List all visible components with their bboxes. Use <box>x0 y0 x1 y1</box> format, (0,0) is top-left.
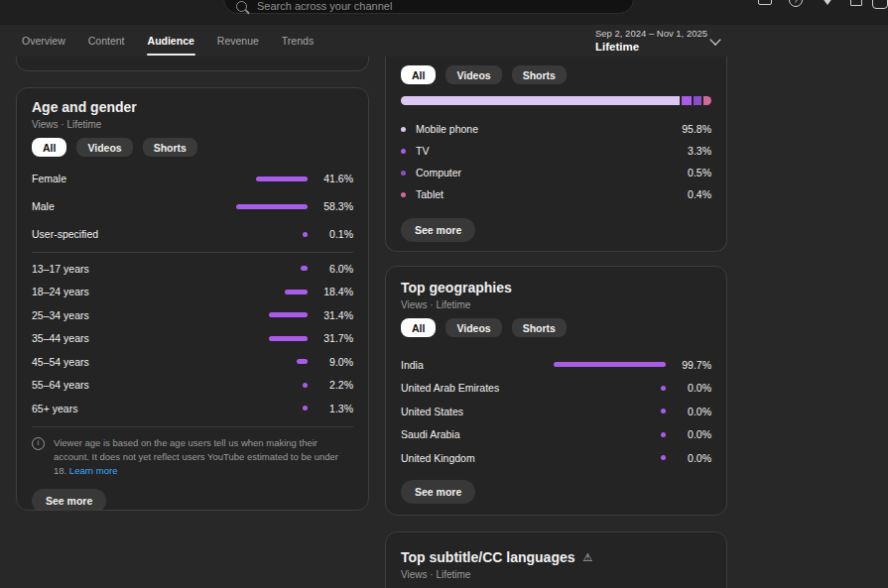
row-percent: 58.3% <box>317 200 353 212</box>
stat-row: United Arab Emirates 0.0% <box>401 377 711 401</box>
account-icon[interactable] <box>872 0 888 9</box>
row-label: Male <box>32 200 179 212</box>
subtitle-languages-card: Top subtitle/CC languages ⚠ Views · Life… <box>385 531 727 588</box>
divider <box>32 252 353 253</box>
filter-chip[interactable]: All <box>401 318 436 337</box>
tab[interactable]: Overview <box>22 35 65 47</box>
tab[interactable]: Content <box>88 35 125 47</box>
row-label: Mobile phone <box>416 123 676 135</box>
filter-chip[interactable]: Videos <box>445 318 501 337</box>
row-percent: 0.0% <box>676 406 711 417</box>
row-percent: 0.1% <box>317 228 353 240</box>
row-percent: 6.0% <box>317 263 353 275</box>
bar-area <box>537 362 666 367</box>
row-label: United Arab Emirates <box>401 382 537 394</box>
value-bar <box>303 383 308 388</box>
row-label: 13–17 years <box>32 263 179 275</box>
filter-chip[interactable]: All <box>401 65 436 84</box>
row-percent: 95.8% <box>676 123 711 135</box>
device-type-card: AllVideosShorts Mobile phone 95.8% TV 3.… <box>385 57 727 252</box>
card-subtitle: Views · Lifetime <box>401 298 711 311</box>
legend-dot <box>401 171 406 176</box>
bar-area <box>179 176 308 181</box>
stack-segment <box>682 96 692 105</box>
stat-row: TV 3.3% <box>401 140 711 162</box>
see-more-button[interactable]: See more <box>401 218 475 242</box>
card-title: Top geographies <box>401 279 711 296</box>
top-header-bar: Search across your channel ? <box>0 0 888 25</box>
row-label: TV <box>416 145 676 157</box>
notifications-icon[interactable] <box>850 0 862 6</box>
see-more-button[interactable]: See more <box>32 489 106 511</box>
stat-row: User-specified 0.1% <box>32 220 353 248</box>
row-label: 35–44 years <box>32 332 179 344</box>
tab[interactable]: Audience <box>148 35 194 47</box>
row-label: Computer <box>416 167 676 178</box>
stat-row: 13–17 years 6.0% <box>32 257 353 281</box>
see-more-button[interactable]: See more <box>401 480 475 504</box>
row-percent: 41.6% <box>317 173 353 184</box>
create-icon[interactable] <box>822 0 833 5</box>
age-gender-card: Age and gender Views · Lifetime AllVideo… <box>16 87 369 511</box>
device-rows: Mobile phone 95.8% TV 3.3% Computer 0.5%… <box>401 118 711 205</box>
bar-area <box>179 336 308 341</box>
gender-rows: Female 41.6% Male 58.3% User-specified 0… <box>32 165 353 248</box>
date-range-picker[interactable]: Sep 2, 2024 – Nov 1, 2025 Lifetime <box>595 28 707 53</box>
row-label: User-specified <box>32 228 179 240</box>
stack-segment <box>703 96 711 105</box>
legend-dot <box>401 192 406 197</box>
stat-row: India 99.7% <box>401 353 711 377</box>
card-title: Top subtitle/CC languages <box>401 548 575 566</box>
filter-chip[interactable]: Shorts <box>143 138 197 157</box>
stat-row: Mobile phone 95.8% <box>401 118 711 140</box>
learn-more-link[interactable]: Learn more <box>69 465 118 476</box>
bar-area <box>537 386 666 391</box>
value-bar <box>661 455 666 460</box>
filter-chip[interactable]: Shorts <box>512 318 567 337</box>
value-bar <box>303 406 308 411</box>
device-stacked-bar <box>401 96 711 105</box>
filter-chip[interactable]: Videos <box>445 65 501 84</box>
value-bar <box>301 266 308 271</box>
row-label: Tablet <box>416 188 676 200</box>
row-percent: 2.2% <box>317 379 353 391</box>
row-percent: 99.7% <box>676 359 711 371</box>
date-range-text: Sep 2, 2024 – Nov 1, 2025 <box>595 28 707 39</box>
value-bar <box>256 176 308 181</box>
filter-chip[interactable]: Shorts <box>512 65 567 84</box>
row-label: 25–34 years <box>32 309 179 321</box>
tab[interactable]: Trends <box>282 35 314 47</box>
stat-row: Male 58.3% <box>32 192 353 220</box>
search-placeholder: Search across your channel <box>257 0 392 13</box>
row-percent: 0.0% <box>676 452 711 464</box>
row-label: United States <box>401 406 537 417</box>
bar-area <box>179 290 308 294</box>
tab[interactable]: Revenue <box>217 35 259 47</box>
stat-row: Female 41.6% <box>32 165 353 192</box>
bar-area <box>179 204 308 209</box>
clipped-card-bottom <box>16 57 369 71</box>
value-bar <box>661 386 666 391</box>
geography-rows: India 99.7% United Arab Emirates 0.0% Un… <box>401 353 711 470</box>
value-bar <box>303 232 308 237</box>
divider <box>32 426 353 427</box>
filter-chip[interactable]: All <box>32 138 66 157</box>
row-label: United Kingdom <box>401 452 537 464</box>
help-icon[interactable]: ? <box>789 0 803 7</box>
row-percent: 0.0% <box>676 382 711 394</box>
value-bar <box>269 336 308 341</box>
bar-area <box>179 312 308 317</box>
feedback-icon[interactable] <box>758 0 772 5</box>
filter-chip[interactable]: Videos <box>76 138 132 157</box>
row-percent: 31.7% <box>317 332 353 344</box>
row-label: 55–64 years <box>32 379 179 391</box>
card-subtitle: Views · Lifetime <box>401 568 711 581</box>
stack-segment <box>694 96 701 105</box>
row-percent: 0.4% <box>676 188 711 200</box>
stack-segment <box>401 96 680 105</box>
row-label: 18–24 years <box>32 286 179 297</box>
youtube-studio-analytics-page: Search across your channel ? OverviewCon… <box>0 0 888 588</box>
period-label: Lifetime <box>595 41 707 53</box>
legend-dot <box>401 149 406 154</box>
row-label: Female <box>32 173 179 184</box>
